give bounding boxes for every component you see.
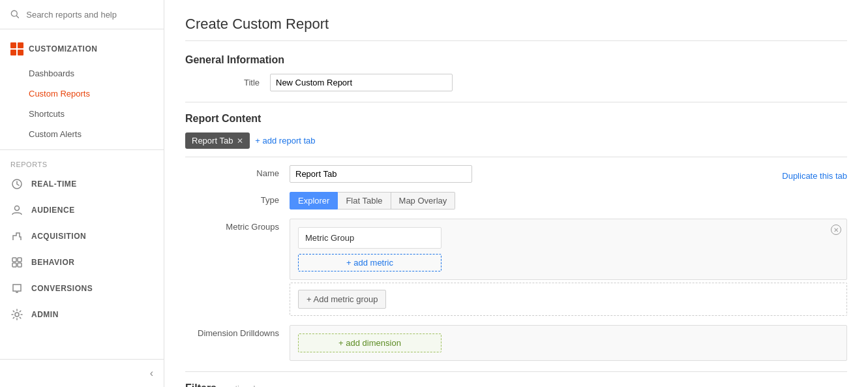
tab-name-input[interactable]	[290, 165, 472, 183]
svg-rect-7	[18, 263, 22, 267]
dimension-drilldowns-row: Dimension Drilldowns + add dimension	[185, 325, 847, 361]
general-info-title: General Information	[185, 54, 847, 66]
svg-line-1	[16, 16, 18, 18]
tab-close-icon[interactable]: ✕	[237, 136, 243, 146]
divider-2	[185, 371, 847, 372]
divider-1	[185, 102, 847, 102]
metric-group-close-icon[interactable]: ✕	[831, 224, 841, 235]
customization-section: CUSTOMIZATION Dashboards Custom Reports …	[0, 29, 164, 150]
search-icon	[10, 9, 20, 20]
svg-rect-5	[18, 258, 22, 262]
sidebar-item-conversions[interactable]: CONVERSIONS	[0, 275, 164, 302]
add-metric-group-button[interactable]: + Add metric group	[298, 290, 386, 309]
tab-name-row: Name Duplicate this tab	[185, 165, 847, 183]
acquisition-label: ACQUISITION	[31, 232, 86, 241]
acquisition-icon	[10, 230, 23, 243]
customization-header: CUSTOMIZATION	[0, 35, 164, 63]
tabs-row: Report Tab ✕ + add report tab	[185, 132, 847, 149]
filters-header-row: Filters - optional	[185, 382, 847, 387]
tab-label: Report Tab	[192, 136, 233, 146]
main-content: Create Custom Report General Information…	[164, 0, 868, 387]
realtime-icon	[10, 178, 23, 191]
sidebar-item-custom-reports[interactable]: Custom Reports	[0, 84, 164, 104]
metric-groups-container: Metric Group + add metric ✕	[290, 219, 847, 280]
title-label: Title	[185, 78, 270, 87]
search-input[interactable]	[26, 10, 153, 20]
sidebar-item-behavior[interactable]: BEHAVIOR	[0, 249, 164, 275]
sidebar-item-audience[interactable]: AUDIENCE	[0, 197, 164, 223]
report-tab-pill[interactable]: Report Tab ✕	[185, 132, 250, 149]
metric-groups-row: Metric Groups Metric Group + add metric …	[185, 219, 847, 316]
page-title: Create Custom Report	[185, 16, 847, 41]
admin-icon	[10, 308, 23, 321]
chevron-left-icon: ‹	[150, 367, 153, 379]
type-buttons: Explorer Flat Table Map Overlay	[290, 192, 455, 209]
tab-type-row: Type Explorer Flat Table Map Overlay	[185, 192, 847, 209]
duplicate-tab-link[interactable]: Duplicate this tab	[782, 168, 847, 181]
audience-label: AUDIENCE	[31, 206, 75, 215]
conversions-label: CONVERSIONS	[31, 284, 93, 293]
metric-group-name: Metric Group	[305, 233, 354, 243]
add-dimension-button[interactable]: + add dimension	[298, 333, 441, 352]
svg-point-3	[15, 206, 20, 211]
audience-icon	[10, 204, 23, 217]
dimension-drilldowns-area: + add dimension	[290, 325, 847, 361]
sidebar: CUSTOMIZATION Dashboards Custom Reports …	[0, 0, 164, 387]
customization-label: CUSTOMIZATION	[29, 44, 97, 54]
svg-point-8	[15, 313, 19, 317]
filters-title: Filters	[185, 382, 217, 387]
filters-section: Filters - optional + add filter ▼	[185, 382, 847, 387]
metric-groups-label: Metric Groups	[185, 219, 290, 232]
behavior-label: BEHAVIOR	[31, 258, 74, 267]
metric-groups-content: Metric Group + add metric ✕ + Add metric…	[290, 219, 847, 316]
conversions-icon	[10, 282, 23, 295]
tab-content: Name Duplicate this tab Type Explorer Fl…	[185, 157, 847, 361]
tab-type-label: Type	[185, 192, 290, 205]
sidebar-item-shortcuts[interactable]: Shortcuts	[0, 104, 164, 124]
reports-label: Reports	[0, 155, 164, 171]
general-info-section: General Information Title	[185, 54, 847, 91]
admin-label: ADMIN	[31, 310, 59, 319]
add-metric-group-area: + Add metric group	[290, 283, 847, 316]
type-btn-map-overlay[interactable]: Map Overlay	[391, 192, 456, 209]
behavior-icon	[10, 256, 23, 269]
search-bar[interactable]	[0, 0, 164, 29]
name-row: Duplicate this tab	[290, 165, 847, 183]
svg-rect-6	[12, 263, 16, 267]
reports-section: Reports REAL-TIME AUDIENCE ACQUISITION B…	[0, 150, 164, 333]
add-report-tab-link[interactable]: + add report tab	[255, 136, 315, 146]
metric-group-box: Metric Group	[298, 227, 441, 249]
sidebar-item-dashboards[interactable]: Dashboards	[0, 63, 164, 84]
dimension-drilldowns-label: Dimension Drilldowns	[185, 325, 290, 338]
sidebar-item-acquisition[interactable]: ACQUISITION	[0, 223, 164, 249]
realtime-label: REAL-TIME	[31, 179, 77, 189]
customization-icon	[10, 42, 23, 55]
collapse-button[interactable]: ‹	[0, 359, 164, 387]
svg-rect-4	[12, 258, 16, 262]
title-row: Title	[185, 74, 847, 91]
title-input[interactable]	[270, 74, 453, 91]
filters-optional-label: - optional	[220, 384, 255, 388]
report-content-section: Report Content Report Tab ✕ + add report…	[185, 113, 847, 361]
add-metric-button[interactable]: + add metric	[298, 254, 441, 271]
type-btn-explorer[interactable]: Explorer	[290, 192, 338, 209]
sidebar-item-admin[interactable]: ADMIN	[0, 302, 164, 328]
sidebar-item-custom-alerts[interactable]: Custom Alerts	[0, 124, 164, 144]
type-btn-flat-table[interactable]: Flat Table	[338, 192, 391, 209]
tab-name-label: Name	[185, 165, 290, 178]
sidebar-item-realtime[interactable]: REAL-TIME	[0, 171, 164, 197]
report-content-title: Report Content	[185, 113, 847, 125]
